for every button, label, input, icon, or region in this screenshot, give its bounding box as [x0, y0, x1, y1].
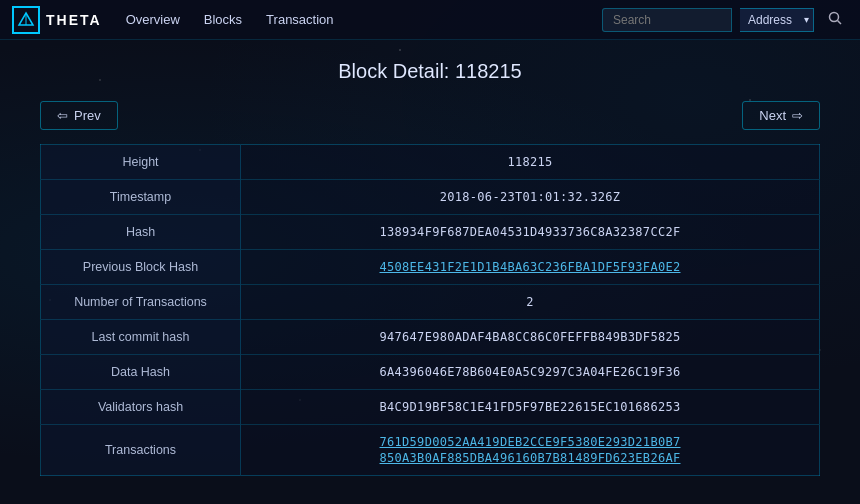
table-row: Number of Transactions 2 — [41, 285, 820, 320]
nav-right: Address TxHash Block ▾ — [602, 7, 848, 32]
tx-link-1[interactable]: 761D59D0052AA419DEB2CCE9F5380E293D21B0B7 — [380, 435, 681, 449]
timestamp-value: 2018-06-23T01:01:32.326Z — [241, 180, 820, 215]
last-commit-label: Last commit hash — [41, 320, 241, 355]
search-icon-button[interactable] — [822, 7, 848, 32]
validators-value: B4C9D19BF58C1E41FD5F97BE22615EC101686253 — [241, 390, 820, 425]
navbar: THETA Overview Blocks Transaction Addres… — [0, 0, 860, 40]
navigation-buttons: ⇦ Prev Next ⇨ — [40, 101, 820, 130]
nav-blocks[interactable]: Blocks — [204, 8, 242, 31]
prev-button[interactable]: ⇦ Prev — [40, 101, 118, 130]
table-row: Hash 138934F9F687DEA04531D4933736C8A3238… — [41, 215, 820, 250]
table-row: Previous Block Hash 4508EE431F2E1D1B4BA6… — [41, 250, 820, 285]
prev-hash-label: Previous Block Hash — [41, 250, 241, 285]
arrow-left-icon: ⇦ — [57, 108, 68, 123]
num-tx-value: 2 — [241, 285, 820, 320]
table-row: Height 118215 — [41, 145, 820, 180]
table-row: Data Hash 6A4396046E78B604E0A5C9297C3A04… — [41, 355, 820, 390]
transactions-value: 761D59D0052AA419DEB2CCE9F5380E293D21B0B7… — [241, 425, 820, 476]
prev-hash-link[interactable]: 4508EE431F2E1D1B4BA63C236FBA1DF5F93FA0E2 — [380, 260, 681, 274]
prev-hash-value: 4508EE431F2E1D1B4BA63C236FBA1DF5F93FA0E2 — [241, 250, 820, 285]
next-label: Next — [759, 108, 786, 123]
prev-label: Prev — [74, 108, 101, 123]
last-commit-value: 947647E980ADAF4BA8CC86C0FEFFB849B3DF5825 — [241, 320, 820, 355]
height-label: Height — [41, 145, 241, 180]
validators-label: Validators hash — [41, 390, 241, 425]
logo-icon — [12, 6, 40, 34]
data-hash-label: Data Hash — [41, 355, 241, 390]
svg-point-2 — [830, 13, 839, 22]
address-select[interactable]: Address TxHash Block — [740, 8, 814, 32]
hash-label: Hash — [41, 215, 241, 250]
page-title: Block Detail: 118215 — [40, 60, 820, 83]
main-content: Block Detail: 118215 ⇦ Prev Next ⇨ Heigh… — [0, 40, 860, 496]
height-value: 118215 — [241, 145, 820, 180]
nav-links: Overview Blocks Transaction — [126, 8, 602, 31]
num-tx-label: Number of Transactions — [41, 285, 241, 320]
svg-line-3 — [838, 21, 842, 25]
tx-links-container: 761D59D0052AA419DEB2CCE9F5380E293D21B0B7… — [257, 435, 803, 465]
table-row: Last commit hash 947647E980ADAF4BA8CC86C… — [41, 320, 820, 355]
timestamp-label: Timestamp — [41, 180, 241, 215]
table-row: Validators hash B4C9D19BF58C1E41FD5F97BE… — [41, 390, 820, 425]
transactions-label: Transactions — [41, 425, 241, 476]
arrow-right-icon: ⇨ — [792, 108, 803, 123]
logo: THETA — [12, 6, 102, 34]
nav-transaction[interactable]: Transaction — [266, 8, 333, 31]
block-detail-table: Height 118215 Timestamp 2018-06-23T01:01… — [40, 144, 820, 476]
address-select-wrapper: Address TxHash Block ▾ — [740, 8, 814, 32]
search-icon — [828, 11, 842, 25]
table-row: Transactions 761D59D0052AA419DEB2CCE9F53… — [41, 425, 820, 476]
table-row: Timestamp 2018-06-23T01:01:32.326Z — [41, 180, 820, 215]
search-input[interactable] — [602, 8, 732, 32]
hash-value: 138934F9F687DEA04531D4933736C8A32387CC2F — [241, 215, 820, 250]
data-hash-value: 6A4396046E78B604E0A5C9297C3A04FE26C19F36 — [241, 355, 820, 390]
nav-overview[interactable]: Overview — [126, 8, 180, 31]
tx-link-2[interactable]: 850A3B0AF885DBA496160B7B81489FD623EB26AF — [380, 451, 681, 465]
logo-text: THETA — [46, 12, 102, 28]
next-button[interactable]: Next ⇨ — [742, 101, 820, 130]
